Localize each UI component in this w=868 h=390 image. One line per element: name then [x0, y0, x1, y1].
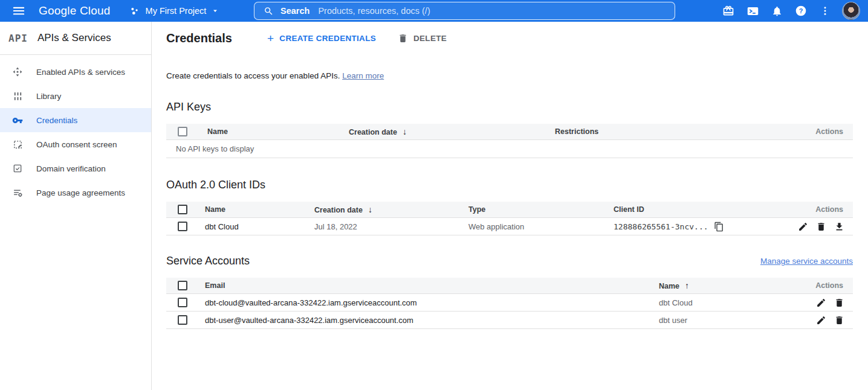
edit-icon[interactable] [816, 298, 826, 308]
sidebar-item-credentials[interactable]: Credentials [0, 108, 151, 132]
oauth-clients-title: OAuth 2.0 Client IDs [166, 179, 853, 191]
oauth-table-header: Name Creation date↓ Type Client ID Actio… [166, 202, 853, 218]
sort-desc-icon: ↓ [368, 205, 372, 214]
sidebar-title: APIs & Services [37, 32, 111, 44]
menu-icon[interactable] [11, 4, 26, 18]
project-selector[interactable]: My First Project [129, 5, 219, 17]
project-name: My First Project [146, 6, 207, 16]
edit-icon[interactable] [798, 222, 808, 232]
topbar: Google Cloud My First Project Search Pro… [0, 0, 868, 22]
create-credentials-button[interactable]: + CREATE CREDENTIALS [267, 33, 376, 44]
edit-icon[interactable] [816, 315, 826, 325]
column-header-name[interactable]: Name [205, 205, 314, 214]
column-header-creation-date[interactable]: Creation date↓ [349, 127, 555, 136]
column-header-name[interactable]: Name↑ [659, 281, 792, 290]
sidebar-item-label: Page usage agreements [36, 188, 125, 197]
sort-asc-icon: ↑ [685, 281, 689, 290]
column-header-client-id[interactable]: Client ID [614, 205, 786, 214]
sort-desc-icon: ↓ [403, 127, 407, 136]
select-all-checkbox[interactable] [178, 127, 187, 136]
service-account-email: dbt-cloud@vaulted-arcana-332422.iam.gser… [205, 298, 659, 307]
topbar-actions: ? [721, 2, 868, 20]
copy-icon[interactable] [714, 222, 724, 232]
oauth-clients-table: Name Creation date↓ Type Client ID Actio… [166, 202, 853, 235]
table-row: dbt-user@vaulted-arcana-332422.iam.gserv… [166, 312, 853, 329]
row-checkbox[interactable] [178, 315, 187, 325]
sidebar-header: API APIs & Services [0, 22, 151, 55]
sidebar-item-label: Enabled APIs & services [36, 68, 125, 77]
svg-text:?: ? [799, 7, 803, 14]
intro-text: Create credentials to access your enable… [166, 71, 853, 80]
search-label: Search [280, 6, 309, 16]
column-header-creation-date[interactable]: Creation date↓ [314, 205, 468, 214]
column-header-restrictions[interactable]: Restrictions [555, 127, 786, 136]
learn-more-link[interactable]: Learn more [342, 71, 384, 80]
sidebar-item-page-usage-agreements[interactable]: Page usage agreements [0, 181, 151, 205]
api-keys-table-header: Name Creation date↓ Restrictions Actions [166, 124, 853, 140]
sidebar-item-label: Library [36, 92, 61, 101]
download-icon[interactable] [834, 222, 844, 232]
row-actions [816, 298, 853, 308]
sidebar-nav: Enabled APIs & services Library Credenti… [0, 55, 151, 205]
page-usage-agreements-icon [12, 187, 23, 198]
sidebar-item-library[interactable]: Library [0, 84, 151, 108]
more-options-kebab-icon[interactable] [818, 4, 832, 18]
sidebar-item-oauth-consent[interactable]: OAuth consent screen [0, 132, 151, 156]
service-account-name: dbt user [659, 316, 792, 325]
search-input[interactable]: Search Products, resources, docs (/) [254, 2, 675, 20]
sidebar-item-domain-verification[interactable]: Domain verification [0, 156, 151, 181]
google-cloud-logo[interactable]: Google Cloud [39, 4, 111, 18]
domain-verification-icon [12, 163, 23, 174]
delete-icon[interactable] [816, 222, 826, 232]
row-actions [798, 222, 853, 232]
search-icon [264, 6, 274, 16]
column-header-name[interactable]: Name [207, 127, 349, 136]
service-accounts-titlebar: Service Accounts Manage service accounts [166, 255, 853, 267]
page-header: Credentials + CREATE CREDENTIALS DELETE [152, 22, 868, 55]
chevron-down-icon [212, 7, 219, 14]
account-avatar[interactable] [842, 2, 860, 20]
key-icon [12, 115, 23, 126]
column-header-type[interactable]: Type [468, 205, 614, 214]
column-header-email[interactable]: Email [205, 281, 659, 290]
select-all-checkbox[interactable] [178, 205, 187, 214]
column-header-actions: Actions [815, 281, 853, 290]
trash-icon [398, 33, 408, 43]
plus-icon: + [267, 33, 274, 44]
delete-icon[interactable] [834, 298, 844, 308]
page-title: Credentials [166, 31, 232, 45]
free-trial-gift-icon[interactable] [721, 4, 736, 18]
project-icon [129, 5, 140, 17]
sidebar-item-enabled-apis[interactable]: Enabled APIs & services [0, 60, 151, 84]
api-keys-empty-message: No API keys to display [166, 140, 853, 158]
select-all-checkbox[interactable] [178, 281, 187, 290]
delete-icon[interactable] [834, 315, 844, 325]
service-accounts-table: Email Name↑ Actions dbt-cloud@vaulted-ar… [166, 278, 853, 329]
manage-service-accounts-link[interactable]: Manage service accounts [760, 257, 853, 266]
delete-button[interactable]: DELETE [398, 33, 447, 43]
oauth-client-id: 128886265561-3ncv... [614, 222, 786, 232]
service-account-name: dbt Cloud [659, 298, 792, 307]
cloud-shell-icon[interactable] [745, 4, 760, 18]
search-placeholder: Products, resources, docs (/) [318, 6, 430, 16]
api-product-icon: API [8, 33, 28, 44]
oauth-client-creation-date: Jul 18, 2022 [314, 222, 468, 231]
help-icon[interactable]: ? [794, 4, 808, 18]
column-header-actions: Actions [815, 205, 853, 214]
sidebar-item-label: Credentials [36, 116, 77, 125]
row-checkbox[interactable] [178, 222, 187, 231]
notifications-bell-icon[interactable] [769, 4, 784, 18]
service-accounts-title: Service Accounts [166, 255, 250, 267]
library-icon [12, 91, 23, 101]
sidebar-item-label: Domain verification [36, 164, 106, 173]
oauth-client-type: Web application [468, 222, 614, 231]
api-keys-table: Name Creation date↓ Restrictions Actions… [166, 124, 853, 158]
table-row: dbt-cloud@vaulted-arcana-332422.iam.gser… [166, 294, 853, 312]
column-header-actions: Actions [815, 127, 853, 136]
oauth-consent-icon [12, 139, 23, 150]
enabled-apis-icon [12, 66, 23, 77]
sidebar: API APIs & Services Enabled APIs & servi… [0, 22, 152, 390]
service-accounts-table-header: Email Name↑ Actions [166, 278, 853, 294]
row-checkbox[interactable] [178, 298, 187, 307]
sidebar-item-label: OAuth consent screen [36, 140, 117, 149]
